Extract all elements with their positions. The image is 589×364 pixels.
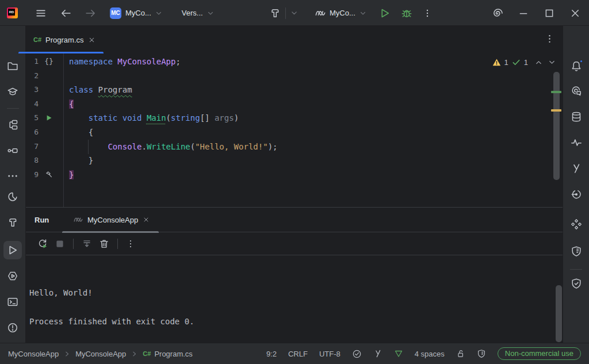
breadcrumb-file[interactable]: C# Program.cs — [143, 350, 193, 358]
main-area: C# Program.cs 1namespace MyConsoleApp;23… — [26, 26, 563, 343]
graduation-cap-icon — [7, 86, 18, 98]
close-tab-icon[interactable] — [143, 216, 150, 223]
ai-assistant-spiral-icon[interactable] — [491, 7, 503, 20]
code-editor[interactable]: 1namespace MyConsoleApp;23class Program4… — [26, 53, 563, 207]
project-folder-button[interactable] — [3, 57, 22, 75]
nabla-triangle-icon[interactable] — [394, 349, 403, 358]
learn-button[interactable] — [3, 83, 22, 101]
breadcrumb-project[interactable]: MyConsoleApp — [75, 350, 126, 358]
build-tool-button[interactable] — [3, 213, 22, 232]
tab-options-button[interactable] — [545, 34, 554, 44]
tab-program-cs[interactable]: C# Program.cs — [26, 26, 104, 53]
minimize-icon[interactable] — [518, 7, 529, 19]
gamma-icon[interactable] — [373, 349, 383, 358]
title-bar: RD MC MyCo... Vers... — [0, 0, 589, 26]
code-line[interactable]: 7 Console.WriteLine("Hello, World!"); — [26, 140, 563, 154]
coverage-button[interactable] — [3, 187, 22, 206]
warning-count: 1 — [504, 58, 508, 67]
gutter — [39, 69, 69, 83]
code-line[interactable]: 1namespace MyConsoleApp; — [26, 55, 563, 69]
line-number: 3 — [26, 83, 39, 97]
next-problem-chevron-down-icon[interactable] — [548, 59, 556, 66]
run-button[interactable] — [379, 7, 391, 19]
ai-chat-button[interactable] — [567, 82, 586, 100]
code-line[interactable]: 5 static void Main(string[] args) — [26, 111, 563, 125]
inspections-ok-circle-icon[interactable] — [352, 349, 362, 359]
more-tool-windows-button[interactable] — [3, 167, 22, 185]
run-tool-window-button[interactable] — [3, 241, 22, 259]
line-number: 6 — [26, 125, 39, 140]
run-tab-label: MyConsoleApp — [87, 216, 138, 224]
code-line[interactable]: 8 } — [26, 154, 563, 168]
editor-scrollbar[interactable] — [553, 72, 560, 180]
braces-gutter-icon[interactable]: {} — [44, 56, 54, 66]
stripe-mark-yellow[interactable] — [551, 109, 561, 112]
profiler-snapshot-button[interactable] — [567, 185, 586, 204]
services-button[interactable] — [3, 267, 22, 285]
indent-setting[interactable]: 4 spaces — [415, 350, 445, 358]
kebab-menu-icon[interactable] — [126, 239, 135, 248]
dpa-button[interactable] — [567, 159, 586, 178]
structure-button[interactable] — [3, 116, 22, 134]
console-scrollbar[interactable] — [556, 285, 562, 342]
close-icon[interactable] — [569, 7, 581, 19]
line-number: 2 — [26, 69, 39, 83]
stop-button-icon[interactable] — [55, 239, 65, 249]
more-actions-button[interactable] — [423, 9, 432, 18]
passed-count: 1 — [524, 58, 528, 67]
code-line[interactable]: 9} — [26, 168, 563, 182]
lock-open-icon[interactable] — [456, 349, 465, 358]
inspections-widget[interactable]: 1 1 — [492, 58, 556, 67]
terminal-button[interactable] — [3, 293, 22, 311]
caret-position[interactable]: 9:2 — [266, 350, 277, 358]
unit-tests-button[interactable] — [567, 215, 586, 233]
plug-connector-icon — [7, 145, 18, 156]
build-options-chevron-icon[interactable] — [290, 9, 298, 17]
run-tab-myconsoleapp[interactable]: MyConsoleApp — [62, 207, 159, 232]
main-menu-button[interactable] — [35, 7, 47, 19]
coverage-shield-button[interactable] — [567, 242, 586, 260]
run-console-output[interactable]: Hello, World! Process finished with exit… — [26, 255, 563, 342]
scroll-to-end-icon[interactable] — [82, 239, 92, 249]
gutter — [39, 140, 69, 154]
project-selector[interactable]: MC MyCo... — [110, 7, 162, 19]
code-line[interactable]: 3class Program — [26, 83, 563, 97]
chevron-down-icon — [155, 10, 162, 17]
clear-all-trash-icon[interactable] — [99, 239, 109, 249]
security-shield-button[interactable] — [567, 274, 586, 293]
rerun-button-icon[interactable] — [37, 239, 48, 249]
code-text: static void Main(string[] args) — [69, 111, 239, 125]
stripe-mark-green[interactable] — [551, 91, 561, 93]
debug-button[interactable] — [401, 7, 412, 19]
code-line[interactable]: 6 { — [26, 125, 563, 140]
line-separator[interactable]: CRLF — [288, 350, 308, 358]
notifications-button[interactable] — [567, 57, 586, 75]
code-text: Console.WriteLine("Hello, World!"); — [69, 140, 277, 154]
prev-problem-chevron-up-icon[interactable] — [535, 59, 542, 66]
shield-list-icon[interactable] — [477, 349, 486, 358]
run-arrow-icon — [45, 114, 52, 121]
close-tab-icon[interactable] — [88, 36, 95, 44]
vcs-widget[interactable]: Vers... — [182, 9, 214, 17]
database-button[interactable] — [567, 108, 586, 126]
back-button[interactable] — [60, 7, 72, 19]
maximize-icon[interactable] — [544, 7, 555, 19]
code-line[interactable]: 2 — [26, 69, 563, 83]
code-text: { — [69, 125, 93, 140]
folder-icon — [7, 60, 18, 72]
profiler-button[interactable] — [567, 133, 586, 152]
code-line[interactable]: 4{ — [26, 97, 563, 112]
hammer-gutter-icon[interactable] — [44, 170, 54, 180]
build-hammer-icon[interactable] — [269, 7, 281, 19]
license-badge[interactable]: Non-commercial use — [498, 347, 581, 360]
run-panel-header: Run MyConsoleApp — [26, 207, 563, 232]
file-encoding[interactable]: UTF-8 — [319, 350, 341, 358]
breadcrumb-solution[interactable]: MyConsoleApp — [8, 350, 59, 358]
forward-button[interactable] — [85, 7, 96, 19]
problems-button[interactable] — [3, 319, 22, 337]
services-plug-button[interactable] — [3, 141, 22, 160]
problems-exclamation-icon — [7, 322, 18, 334]
run-gutter-icon[interactable] — [44, 113, 54, 123]
divider — [117, 239, 118, 249]
run-config-selector[interactable]: MyCo... — [315, 8, 366, 18]
